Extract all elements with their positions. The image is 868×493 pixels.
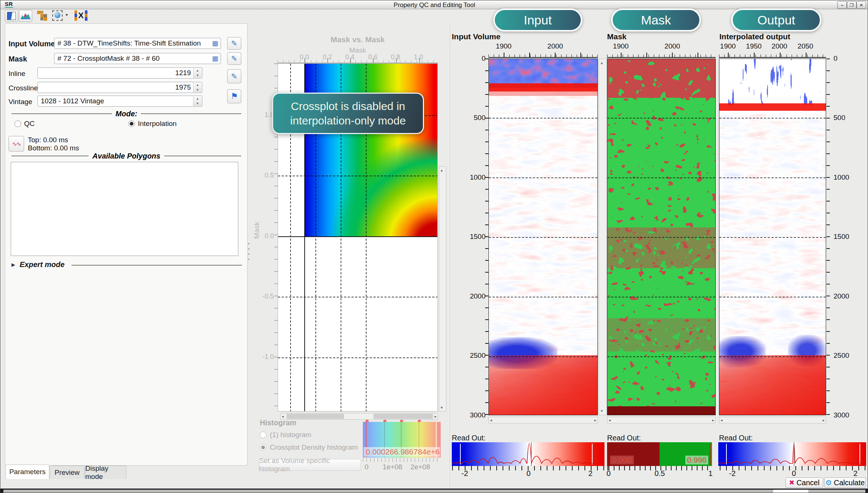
- input-pill-button[interactable]: Input: [493, 9, 582, 31]
- input-volume-value: # 38 - DTW_TimeShifts: Time-Shift Estima…: [57, 39, 201, 47]
- inline-spinner[interactable]: ▲ ▼: [193, 68, 202, 78]
- scroll-thumb[interactable]: [374, 414, 433, 419]
- scroll-left-icon[interactable]: ◂: [609, 418, 611, 422]
- minimize-button[interactable]: –: [837, 1, 847, 9]
- vintage-spinner[interactable]: ▲ ▼: [193, 96, 202, 106]
- spin-down-icon[interactable]: ▼: [196, 102, 199, 105]
- crossplot-horizontal-scrollbar[interactable]: ◂ ▸: [280, 413, 438, 420]
- cancel-button[interactable]: ✖ Cancel: [785, 477, 823, 488]
- mask-readout-colorbar[interactable]: 0.000 0.996: [607, 442, 712, 466]
- density-histogram-label[interactable]: Crossplot Density histogram: [270, 443, 358, 452]
- scroll-right-icon[interactable]: ▸: [822, 418, 825, 422]
- interpolation-radio[interactable]: [128, 120, 135, 127]
- mask-horizontal-scrollbar[interactable]: ◂ ▸: [607, 417, 716, 423]
- scroll-down-icon[interactable]: ▾: [601, 409, 603, 413]
- input-vertical-scrollbar[interactable]: ▴ ▾: [599, 59, 607, 415]
- tab-preview[interactable]: Preview: [50, 466, 85, 479]
- expert-arrow-icon[interactable]: ▶: [11, 262, 15, 267]
- scroll-right-icon[interactable]: ▸: [712, 418, 714, 422]
- close-button[interactable]: ✕: [857, 1, 866, 9]
- dither-tool-button[interactable]: [37, 10, 48, 23]
- maximize-button[interactable]: ❐: [847, 1, 857, 9]
- scroll-up-icon[interactable]: ▴: [441, 168, 443, 172]
- amplitude-histogram-curve: [718, 442, 866, 466]
- position-picker-button[interactable]: ✎: [227, 69, 241, 83]
- spin-up-icon[interactable]: ▲: [196, 69, 199, 72]
- x-tick: 1950: [741, 42, 767, 50]
- mask-picker-button[interactable]: ✎: [227, 52, 241, 65]
- pipette-icon: ✎: [231, 72, 238, 81]
- dropdown-caret-icon[interactable]: ▾: [66, 12, 68, 17]
- crossline-spinner[interactable]: ▲ ▼: [193, 83, 202, 92]
- output-pill-button[interactable]: Output: [731, 9, 821, 31]
- calculate-button[interactable]: ⚙ Calculate: [824, 477, 866, 488]
- interpolation-radio-label[interactable]: Interpolation: [138, 120, 177, 128]
- marker-line: [710, 444, 710, 465]
- spin-down-icon[interactable]: ▼: [196, 88, 199, 91]
- red-band: [719, 103, 826, 111]
- scroll-left-icon[interactable]: ◂: [490, 418, 492, 422]
- expert-mode-label[interactable]: Expert mode: [20, 260, 64, 269]
- grid-icon: ▦: [212, 39, 218, 47]
- tab-parameters[interactable]: Parameters: [6, 464, 49, 479]
- x-tick: 1900: [491, 42, 517, 50]
- scroll-thumb[interactable]: [286, 414, 344, 419]
- scroll-left-icon[interactable]: ◂: [720, 418, 723, 422]
- histogram-view-button[interactable]: [19, 10, 32, 22]
- gridline: [607, 118, 715, 119]
- tab-label: Preview: [54, 469, 80, 477]
- scroll-left-icon[interactable]: ◂: [282, 414, 284, 419]
- single-histogram-radio[interactable]: [260, 432, 266, 438]
- vintage-combo[interactable]: 1028 - 1012 Vintage ▲ ▼: [37, 96, 202, 107]
- gridline: [489, 177, 597, 178]
- mask-view[interactable]: [607, 59, 716, 415]
- gridline: [607, 356, 715, 357]
- matrix-tool-button[interactable]: X: [74, 10, 87, 21]
- polygons-separator: Available Polygons: [11, 152, 241, 160]
- calculate-gear-icon: ⚙: [825, 478, 832, 487]
- mask-combo[interactable]: # 72 - CrossplotMask # 38 - # 60 ▦: [54, 53, 221, 64]
- input-volume-picker-button[interactable]: ✎: [227, 37, 241, 50]
- qc-radio-label[interactable]: QC: [24, 120, 35, 128]
- scroll-right-icon[interactable]: ▸: [594, 418, 596, 422]
- crossline-label: Crossline: [9, 84, 38, 92]
- mask-pill-button[interactable]: Mask: [611, 9, 701, 31]
- crossplot-density-region: [304, 64, 438, 237]
- polygons-heading: Available Polygons: [92, 152, 160, 160]
- gridline: [278, 176, 438, 176]
- crossplot-y-axis-label: Mask: [253, 222, 261, 239]
- polygons-listbox[interactable]: [11, 162, 238, 256]
- selection-tool-button[interactable]: [52, 10, 63, 21]
- input-volume-combo[interactable]: # 38 - DTW_TimeShifts: Time-Shift Estima…: [54, 38, 221, 49]
- input-horizontal-scrollbar[interactable]: ◂ ▸: [488, 417, 598, 423]
- spin-up-icon[interactable]: ▲: [196, 83, 199, 87]
- output-readout-colorbar[interactable]: [718, 442, 866, 466]
- qc-radio[interactable]: [14, 120, 21, 127]
- input-readout-colorbar[interactable]: [452, 442, 604, 466]
- scroll-right-icon[interactable]: ▸: [434, 414, 437, 419]
- input-volume-view[interactable]: [488, 59, 598, 415]
- density-histogram-radio[interactable]: [260, 444, 266, 451]
- scroll-up-icon[interactable]: ▴: [601, 61, 603, 65]
- horizon-button[interactable]: ∿∿: [9, 136, 24, 151]
- flag-button[interactable]: ⚑: [227, 89, 241, 103]
- gridline: [607, 237, 715, 238]
- spin-up-icon[interactable]: ▲: [196, 97, 199, 100]
- mask-label: Mask: [9, 55, 27, 63]
- crossline-input[interactable]: 1975 ▲ ▼: [37, 82, 202, 93]
- spin-down-icon[interactable]: ▼: [196, 74, 199, 77]
- input-volume-label: Input Volume: [9, 40, 55, 48]
- inline-input[interactable]: 1219 ▲ ▼: [37, 67, 202, 79]
- crossplot-vertical-scrollbar[interactable]: ▴ ▾: [439, 166, 446, 412]
- scroll-down-icon[interactable]: ▾: [441, 406, 443, 410]
- splitter-handle[interactable]: [248, 241, 250, 263]
- set-volume-histogram-button[interactable]: Set as Volume specific histogram: [259, 459, 361, 471]
- x-glyph-icon: X: [78, 11, 84, 20]
- output-horizontal-scrollbar[interactable]: ◂ ▸: [719, 417, 826, 423]
- tab-display-mode[interactable]: Display mode: [85, 466, 126, 479]
- panel-icon: [7, 12, 16, 20]
- view-panel-button[interactable]: [5, 10, 18, 22]
- single-histogram-label[interactable]: (1) histogram: [270, 431, 311, 439]
- interpolated-output-view[interactable]: [719, 59, 826, 415]
- splitter[interactable]: [450, 23, 450, 489]
